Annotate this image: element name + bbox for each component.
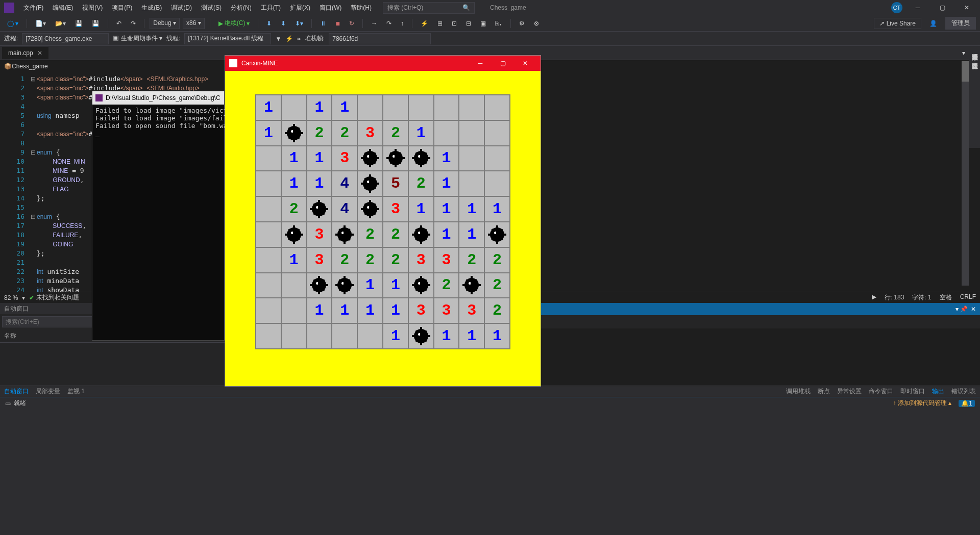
mine-cell[interactable]: 3 (434, 298, 459, 323)
mine-cell[interactable]: 2 (307, 121, 332, 145)
mine-cell[interactable] (358, 324, 382, 348)
mine-cell[interactable] (409, 273, 433, 298)
mine-cell[interactable] (307, 197, 332, 221)
stack-icon[interactable]: ≈ (297, 35, 301, 42)
mine-cell[interactable]: 1 (409, 197, 433, 221)
bottom-tab-callstack[interactable]: 调用堆栈 (786, 387, 811, 396)
save-all-button[interactable]: 💾 (89, 18, 103, 29)
menu-view[interactable]: 视图(V) (78, 2, 107, 14)
tab-dropdown-icon[interactable]: ▾ (962, 49, 965, 57)
mine-cell[interactable]: 1 (434, 146, 459, 171)
minimize-button[interactable]: ─ (909, 2, 927, 14)
user-avatar[interactable]: CT (891, 2, 902, 13)
mine-cell[interactable] (332, 324, 357, 348)
mine-cell[interactable] (358, 95, 382, 120)
mine-cell[interactable]: 1 (256, 95, 281, 120)
minesweeper-window[interactable]: Canxin-MINE ─ ▢ ✕ 1111223211131114521243… (225, 55, 541, 387)
mine-cell[interactable] (383, 95, 408, 120)
bottom-tab-immediate[interactable]: 即时窗口 (900, 387, 925, 396)
mine-cell[interactable]: 4 (332, 171, 357, 196)
mine-cell[interactable] (459, 171, 484, 196)
mine-cell[interactable]: 2 (485, 273, 509, 298)
mine-cell[interactable] (485, 146, 509, 171)
mine-cell[interactable]: 2 (459, 248, 484, 272)
bottom-tab-errors[interactable]: 错误列表 (951, 387, 976, 396)
scrollbar-thumb[interactable] (962, 61, 969, 82)
add-source-control[interactable]: ↑ 添加到源代码管理 ▴ (893, 399, 952, 407)
mine-cell[interactable]: 1 (282, 171, 306, 196)
output-pin-icon[interactable]: ▾ 📌 (955, 305, 968, 313)
console-titlebar[interactable]: D:\Visual Studio_P\Chess_game\Debug\C (92, 91, 224, 105)
mine-cell[interactable] (256, 222, 281, 247)
mine-cell[interactable] (459, 146, 484, 171)
mine-cell[interactable]: 2 (282, 197, 306, 221)
mine-cell[interactable] (282, 273, 306, 298)
maximize-button[interactable]: ▢ (933, 2, 951, 14)
bottom-tab-auto[interactable]: 自动窗口 (4, 387, 29, 396)
thread-select[interactable]: [13172] KernelBase.dll 线程 (184, 33, 271, 44)
mine-cell[interactable]: 1 (282, 146, 306, 171)
mine-cell[interactable]: 1 (383, 298, 408, 323)
bottom-tab-exceptions[interactable]: 异常设置 (837, 387, 862, 396)
mine-cell[interactable] (282, 121, 306, 145)
mine-cell[interactable] (332, 222, 357, 247)
menu-test[interactable]: 测试(S) (197, 2, 226, 14)
step-button-3[interactable]: ⬇▾ (292, 18, 306, 29)
bottom-tab-watch[interactable]: 监视 1 (67, 387, 85, 396)
mine-cell[interactable] (409, 95, 433, 120)
indent-mode[interactable]: 空格 (940, 293, 952, 302)
mine-cell[interactable]: 1 (434, 197, 459, 221)
right-side-panels[interactable]: 解决方案资源管理器 团队资源管理器 (969, 46, 980, 148)
lifecycle-label[interactable]: ▣ 生命周期事件 ▾ (113, 34, 162, 43)
mine-cell[interactable] (307, 273, 332, 298)
bottom-tab-command[interactable]: 命令窗口 (869, 387, 893, 396)
nav-back-button[interactable]: ◯ ▾ (4, 18, 21, 29)
menu-build[interactable]: 生成(B) (137, 2, 166, 14)
menu-window[interactable]: 窗口(W) (315, 2, 346, 14)
bottom-tab-breakpoints[interactable]: 断点 (818, 387, 830, 396)
mine-cell[interactable] (256, 273, 281, 298)
mine-cell[interactable]: 1 (358, 298, 382, 323)
mine-cell[interactable] (409, 146, 433, 171)
mine-cell[interactable]: 1 (459, 197, 484, 221)
step-out-button[interactable]: ↑ (398, 18, 407, 29)
feedback-button[interactable]: 👤 (926, 18, 940, 29)
global-search[interactable]: 搜索 (Ctrl+Q)🔍 (383, 2, 475, 14)
mine-cell[interactable] (485, 222, 509, 247)
editor-scrollbar[interactable] (962, 61, 969, 286)
tool-btn-2[interactable]: ⊞ (434, 18, 446, 29)
open-button[interactable]: 📂▾ (52, 18, 69, 29)
mine-cell[interactable] (307, 324, 332, 348)
step-button-2[interactable]: ⬇ (278, 18, 289, 29)
mine-cell[interactable]: 2 (409, 171, 433, 196)
undo-button[interactable]: ↶ (113, 18, 125, 29)
redo-button[interactable]: ↷ (128, 18, 139, 29)
mine-cell[interactable]: 3 (358, 121, 382, 145)
continue-button[interactable]: ▶ 继续(C) ▾ (215, 17, 253, 29)
mine-cell[interactable]: 1 (459, 222, 484, 247)
tab-close-icon[interactable]: ✕ (37, 49, 42, 57)
mine-cell[interactable]: 3 (409, 248, 433, 272)
zoom-level[interactable]: 82 % (4, 294, 18, 301)
mine-cell[interactable]: 3 (307, 222, 332, 247)
menu-help[interactable]: 帮助(H) (347, 2, 376, 14)
mine-cell[interactable]: 3 (383, 197, 408, 221)
mine-cell[interactable] (256, 324, 281, 348)
mine-cell[interactable]: 1 (307, 95, 332, 120)
mine-cell[interactable] (256, 171, 281, 196)
project-name[interactable]: Chess_game (486, 2, 530, 13)
mine-cell[interactable] (282, 298, 306, 323)
mine-cell[interactable]: 1 (332, 95, 357, 120)
mine-cell[interactable]: 1 (332, 298, 357, 323)
mine-cell[interactable] (409, 324, 433, 348)
mine-cell[interactable] (383, 146, 408, 171)
tool-btn-1[interactable]: ⚡ (418, 18, 431, 29)
console-body[interactable]: Failed to load image "images/vict Failed… (92, 105, 224, 139)
mine-cell[interactable] (409, 222, 433, 247)
mine-cell[interactable]: 2 (358, 222, 382, 247)
mine-cell[interactable] (459, 95, 484, 120)
mine-cell[interactable]: 3 (307, 248, 332, 272)
liveshare-button[interactable]: ↗ Live Share (874, 18, 921, 29)
mine-cell[interactable] (485, 95, 509, 120)
mine-cell[interactable]: 2 (485, 298, 509, 323)
